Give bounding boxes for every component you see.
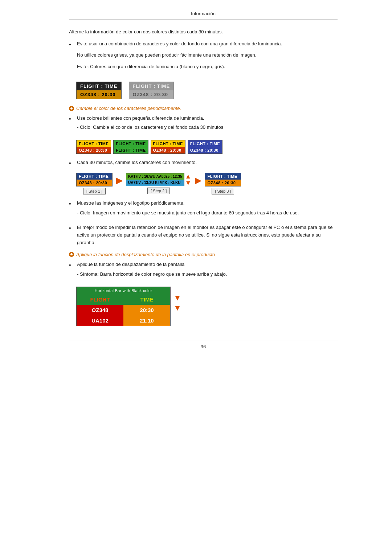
arrow-up-icon: ▲ — [185, 173, 192, 180]
flight-box-gray: FLIGHT : TIME OZ348 : 20:30 — [129, 82, 174, 99]
hbar-ua102: UA102 — [77, 315, 123, 326]
flight-box-dark: FLIGHT : TIME OZ348 : 20:30 — [76, 82, 122, 99]
cycle-box-4-r1: FLIGHT : TIME — [188, 140, 222, 147]
flight-box-dark-row2: OZ348 : 20:30 — [77, 90, 121, 99]
orange-heading-1: Cambie el color de los caracteres periód… — [69, 106, 338, 111]
bullet-text-6: Aplique la función de desplazamiento de … — [77, 262, 184, 267]
bullet-item-4: • Muestre las imágenes y el logotipo per… — [69, 200, 338, 221]
hbar-arrow-down-1-icon: ▼ — [173, 294, 181, 302]
cycle-box-1: FLIGHT : TIME OZ348 : 20:30 — [76, 140, 111, 154]
bullet-dot-6: • — [69, 261, 75, 270]
cycle-box-2-r2: FLIGHT : TIME — [114, 147, 148, 153]
bullet-dot-3: • — [69, 159, 75, 168]
flight-box-dark-row1: FLIGHT : TIME — [77, 82, 121, 90]
orange-circle-2-icon — [69, 252, 74, 257]
sub-text-2: - Ciclo: Cambie el color de los caracter… — [77, 124, 223, 131]
step-1-wrap: FLIGHT : TIME OZ348 : 20:30 [ Step 1 ] — [76, 173, 113, 194]
bullet-item-2: • Use colores brillantes con pequeña dif… — [69, 115, 338, 135]
arrow-1-icon: ▶ — [116, 176, 122, 185]
hbar-table: Horizontal Bar with Black color FLIGHT T… — [76, 287, 171, 326]
step-1-box: FLIGHT : TIME OZ348 : 20:30 — [76, 173, 113, 186]
orange-circle-icon — [69, 106, 74, 111]
hbar-arrow-down-2-icon: ▼ — [173, 304, 181, 312]
bullet-dot-2: • — [69, 115, 75, 123]
flight-box-gray-row2: OZ348 : 20:30 — [129, 90, 174, 99]
bullet-text-5: El mejor modo de impedir la retención de… — [77, 224, 338, 246]
step-2-wrap: KA17IV : 16:WU AA0025 : 12:35 UA71IV : 1… — [126, 173, 191, 194]
cycle-box-3-r2: OZ348 : 20:30 — [151, 147, 185, 153]
hbar-head-row: FLIGHT TIME — [77, 294, 170, 305]
bullet-dot-5: • — [69, 224, 75, 233]
hbar-section: Horizontal Bar with Black color FLIGHT T… — [76, 287, 338, 326]
orange-heading-2: Aplique la función de desplazamiento de … — [69, 252, 338, 257]
flight-box-gray-row1: FLIGHT : TIME — [129, 82, 174, 90]
bullet-dot-1: • — [69, 40, 75, 49]
hbar-data-row-2: UA102 21:10 — [77, 315, 170, 326]
header-title: Información — [191, 11, 216, 16]
display-boxes-row: FLIGHT : TIME OZ348 : 20:30 FLIGHT : TIM… — [76, 82, 338, 99]
sub-text-1b: Evite: Colores con gran diferencia de lu… — [77, 63, 282, 71]
arrow-2-icon: ▶ — [195, 176, 201, 185]
hbar-oz348: OZ348 — [77, 305, 123, 315]
hbar-arrows: ▼ ▼ — [173, 294, 181, 312]
step-2-inner: KA17IV : 16:WU AA0025 : 12:35 UA71IV : 1… — [126, 173, 191, 186]
bullet-text-2: Use colores brillantes con pequeña difer… — [77, 115, 204, 121]
bullet-item-1: • Evite usar una combinación de caracter… — [69, 40, 338, 75]
cycle-box-1-r1: FLIGHT : TIME — [77, 140, 111, 147]
cycle-box-2-r1: FLIGHT : TIME — [114, 140, 148, 147]
sub-text-1a: No utilice colores grises, ya que pueden… — [77, 52, 282, 59]
steps-row: FLIGHT : TIME OZ348 : 20:30 [ Step 1 ] ▶… — [76, 173, 338, 194]
cycle-box-4-r2: OZ348 : 20:30 — [188, 147, 222, 153]
hbar-time-head: TIME — [123, 294, 170, 305]
page-number: 96 — [201, 344, 206, 349]
cycle-box-3: FLIGHT : TIME OZ348 : 20:30 — [151, 140, 185, 154]
step-2-label: [ Step 2 ] — [147, 188, 170, 194]
bullet-item-5: • El mejor modo de impedir la retención … — [69, 224, 338, 246]
cycle-boxes-row: FLIGHT : TIME OZ348 : 20:30 FLIGHT : TIM… — [76, 140, 338, 154]
step-3-label: [ Step 3 ] — [212, 188, 234, 194]
intro-text: Alterne la información de color con dos … — [69, 28, 338, 36]
orange-heading-1-text: Cambie el color de los caracteres periód… — [76, 106, 181, 111]
bullet-text-1: Evite usar una combinación de caracteres… — [77, 41, 282, 46]
step-1-r2: OZ348 : 20:30 — [77, 180, 112, 186]
step-2-r2: UA71IV : 13:2U KI M4K : KI:KU — [126, 180, 184, 186]
hbar-header: Horizontal Bar with Black color — [77, 287, 170, 294]
step-3-r1: FLIGHT : TIME — [205, 173, 241, 180]
step-1-r1: FLIGHT : TIME — [77, 173, 112, 180]
hbar-2030: 20:30 — [123, 305, 170, 315]
step-2-r1: KA17IV : 16:WU AA0025 : 12:35 — [126, 173, 184, 180]
bullet-text-3: Cada 30 minutos, cambie los caracteres c… — [77, 159, 197, 167]
cycle-box-2: FLIGHT : TIME FLIGHT : TIME — [113, 140, 148, 154]
step-3-r2: OZ348 : 20:30 — [205, 180, 241, 186]
sub-text-6: - Síntoma: Barra horizontal de color neg… — [77, 271, 227, 278]
bullet-dot-4: • — [69, 200, 75, 208]
page-header: Información — [69, 11, 338, 20]
step-2-arrows: ▲ ▼ — [185, 173, 192, 186]
step-1-label: [ Step 1 ] — [83, 188, 106, 194]
cycle-box-4: FLIGHT : TIME OZ348 : 20:30 — [188, 140, 222, 154]
orange-heading-2-text: Aplique la función de desplazamiento de … — [76, 252, 215, 257]
arrow-down-icon: ▼ — [185, 180, 192, 186]
page-footer: 96 — [69, 341, 338, 349]
hbar-2110: 21:10 — [123, 315, 170, 326]
hbar-data-row-1: OZ348 20:30 — [77, 305, 170, 315]
cycle-box-3-r1: FLIGHT : TIME — [151, 140, 185, 147]
sub-text-4: - Ciclo: Imagen en movimiento que se mue… — [77, 209, 299, 217]
bullet-item-3: • Cada 30 minutos, cambie los caracteres… — [69, 159, 338, 168]
bullet-text-4: Muestre las imágenes y el logotipo perió… — [77, 200, 184, 206]
step-3-box: FLIGHT : TIME OZ348 : 20:30 — [205, 173, 241, 186]
bullet-item-6: • Aplique la función de desplazamiento d… — [69, 261, 338, 282]
hbar-flight-head: FLIGHT — [77, 294, 123, 305]
step-3-wrap: FLIGHT : TIME OZ348 : 20:30 [ Step 3 ] — [205, 173, 241, 194]
step-2-box: KA17IV : 16:WU AA0025 : 12:35 UA71IV : 1… — [126, 173, 184, 186]
cycle-box-1-r2: OZ348 : 20:30 — [77, 147, 111, 153]
